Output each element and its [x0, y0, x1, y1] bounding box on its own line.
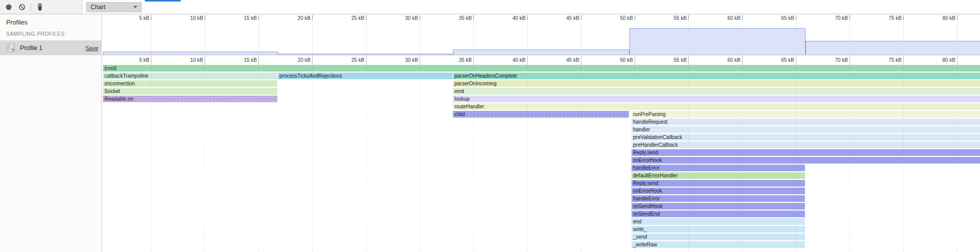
flame-frame-label: handleError [633, 196, 660, 201]
flame-gridline [205, 65, 205, 252]
flame-frame[interactable]: child [453, 111, 629, 118]
ruler-tick-label: 10 kB [172, 57, 203, 63]
flame-frame[interactable]: onSendEnd [631, 211, 805, 217]
ruler-tick-mark [635, 56, 635, 65]
ruler-tick-label: 40 kB [495, 57, 526, 63]
save-profile-link[interactable]: Save [85, 45, 98, 51]
overview-tick-mark [635, 15, 635, 20]
flame-frame[interactable]: processTicksAndRejections [278, 73, 452, 79]
flame-frame-label: handleError [633, 165, 660, 171]
chevron-down-icon [133, 6, 138, 9]
record-button[interactable] [2, 0, 15, 14]
flame-frame-label: parserOnIncoming [454, 81, 496, 86]
flame-frame[interactable]: _send [631, 234, 805, 240]
flame-frame-label: processTicksAndRejections [279, 73, 342, 79]
flame-frame[interactable]: onSendHook [631, 203, 805, 210]
flame-gridline [312, 65, 313, 252]
flame-frame[interactable]: onErrorHook [631, 157, 980, 164]
ruler-tick-mark [581, 56, 581, 65]
flame-gridline [957, 65, 957, 252]
overview-gridline [420, 14, 420, 55]
overview-gridline [205, 14, 205, 55]
flame-frame-label: _send [633, 234, 647, 240]
ruler-tick-label: 60 kB [710, 57, 741, 63]
flame-frame[interactable]: Reply.send [631, 149, 980, 156]
view-mode-select[interactable]: Chart [86, 2, 142, 12]
flame-frame[interactable]: Reply.send [631, 180, 805, 187]
overview-tick-mark [581, 15, 581, 20]
ruler-tick-mark [312, 56, 313, 65]
flame-gridline [635, 65, 635, 252]
delete-profile-button[interactable] [33, 0, 47, 14]
flame-frame[interactable]: routeHandler [453, 103, 980, 110]
flame-gridline [796, 65, 796, 252]
svg-text:%: % [11, 48, 14, 52]
overview-tick-label: 65 kB [764, 15, 794, 21]
toolbar: Chart [0, 0, 980, 14]
overview-timeline[interactable]: 5 kB10 kB15 kB20 kB25 kB30 kB35 kB40 kB4… [102, 14, 980, 55]
flame-frame[interactable]: Readable.on [103, 96, 277, 102]
clear-button[interactable] [15, 0, 29, 14]
ruler-tick-label: 55 kB [656, 57, 687, 63]
ruler-tick-mark [527, 56, 528, 65]
view-mode-value: Chart [86, 4, 133, 11]
flame-frame[interactable]: handleRequest [631, 119, 980, 125]
ruler-tick-label: 45 kB [549, 57, 579, 63]
flame-frame[interactable]: handler [631, 126, 980, 133]
flame-frame-label: onErrorHook [633, 157, 662, 163]
flame-frame[interactable]: preValidationCallback [631, 134, 980, 141]
flame-frame[interactable]: parserOnHeadersComplete [453, 73, 980, 79]
flame-frame[interactable]: lookup [453, 96, 980, 102]
flame-frame[interactable]: callbackTrampoline [103, 73, 277, 79]
overview-step [103, 52, 278, 55]
flame-frame-label: Reply.send [633, 180, 658, 186]
overview-tick-mark [527, 15, 528, 20]
flame-frame[interactable]: handleError [631, 195, 805, 202]
ruler-tick-mark [742, 56, 743, 65]
profiler-panel: Chart Profiles SAMPLING PROFILES % [0, 0, 980, 252]
overview-tick-label: 25 kB [334, 15, 364, 21]
flame-frame-label: (root) [104, 65, 117, 71]
flame-frame[interactable]: onconnection [103, 80, 277, 87]
flame-gridline [258, 65, 259, 252]
flame-gridline [742, 65, 743, 252]
overview-gridline [366, 14, 366, 55]
overview-gridline [473, 14, 474, 55]
overview-tick-mark [903, 15, 904, 20]
sidebar-item-profile-1[interactable]: % Profile 1 Save [0, 40, 102, 55]
ruler-tick-mark [796, 56, 796, 65]
flame-frame[interactable]: _writeRaw [631, 241, 805, 248]
flame-gridline [850, 65, 850, 252]
ruler-tick-mark [903, 56, 904, 65]
ruler-tick-label: 50 kB [602, 57, 633, 63]
ruler-tick-mark [850, 56, 850, 65]
flame-frame[interactable]: end [631, 218, 805, 225]
flame-frame[interactable]: handleError [631, 165, 805, 171]
overview-gridline [258, 14, 259, 55]
flame-gridline [420, 65, 420, 252]
overview-tick-label: 80 kB [925, 15, 955, 21]
flame-frame[interactable]: onErrorHook [631, 188, 805, 194]
overview-step [805, 41, 980, 55]
ruler-tick-label: 30 kB [387, 57, 418, 63]
flame-frame[interactable]: preHandlerCallback [631, 142, 980, 148]
flame-frame-label: Socket [104, 88, 120, 94]
flame-frame[interactable]: emit [453, 88, 980, 95]
sidebar-title: Profiles [6, 19, 28, 26]
flame-frame-label: child [454, 111, 465, 117]
flame-frame[interactable]: parserOnIncoming [453, 80, 980, 87]
flame-frame-label: handleRequest [633, 119, 667, 125]
flame-frame[interactable]: (root) [103, 65, 980, 72]
overview-tick-mark [742, 15, 743, 20]
flame-frame[interactable]: write_ [631, 226, 805, 233]
overview-tick-mark [366, 15, 366, 20]
overview-tick-mark [205, 15, 205, 20]
overview-tick-label: 75 kB [871, 15, 902, 21]
overview-tick-mark [473, 15, 474, 20]
toolbar-separator [31, 3, 31, 11]
flame-frame[interactable]: defaultErrorHandler [631, 172, 805, 179]
overview-tick-mark [688, 15, 689, 20]
flame-frame[interactable]: runPreParsing [631, 111, 980, 118]
flame-frame[interactable]: Socket [103, 88, 277, 95]
overview-tick-label: 15 kB [226, 15, 257, 21]
